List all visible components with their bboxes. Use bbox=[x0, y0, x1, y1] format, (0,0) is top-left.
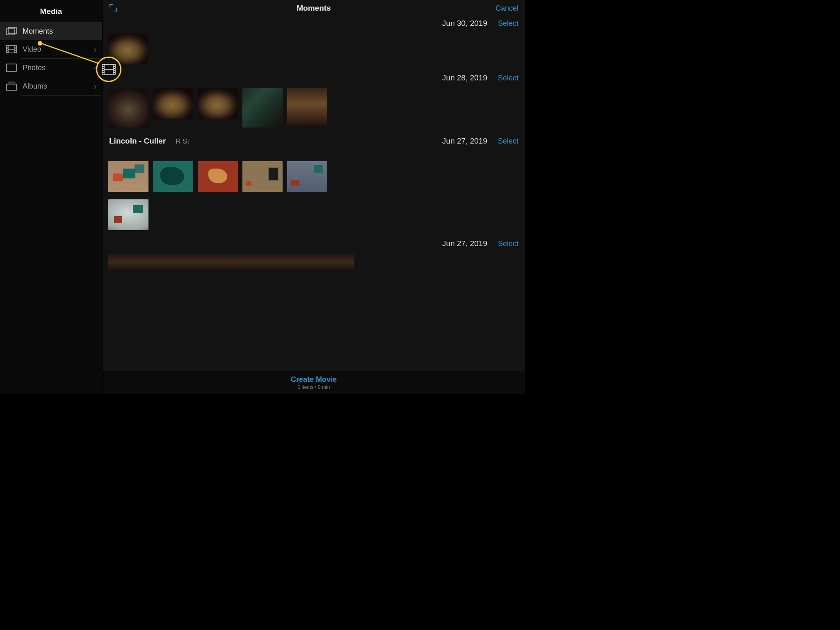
thumb-grid bbox=[108, 31, 519, 69]
select-button[interactable]: Select bbox=[498, 19, 518, 28]
sidebar-item-label: Photos bbox=[23, 64, 94, 72]
media-thumb[interactable] bbox=[287, 161, 327, 192]
app-root: Media Moments bbox=[0, 0, 525, 394]
media-thumb[interactable] bbox=[242, 88, 283, 128]
moments-scroll[interactable]: Jun 30, 2019 Select Jun 28, 2019 Select bbox=[103, 16, 525, 394]
moment-section: Jun 27, 2019 Select bbox=[108, 237, 519, 275]
albums-icon bbox=[6, 82, 17, 91]
media-thumb[interactable] bbox=[153, 88, 193, 119]
select-button[interactable]: Select bbox=[498, 74, 518, 82]
sidebar-nav: Moments Video › bbox=[0, 22, 102, 96]
media-thumb[interactable] bbox=[287, 88, 327, 128]
section-header: Jun 27, 2019 Select bbox=[108, 237, 519, 251]
moments-icon bbox=[6, 27, 17, 36]
section-header: Jun 30, 2019 Select bbox=[108, 17, 519, 31]
media-thumb[interactable] bbox=[108, 199, 148, 230]
expand-diagonal-icon[interactable] bbox=[109, 4, 118, 13]
sidebar: Media Moments bbox=[0, 0, 102, 394]
sidebar-title: Media bbox=[0, 0, 102, 22]
thumb-grid bbox=[108, 197, 519, 235]
media-thumb[interactable] bbox=[108, 88, 148, 128]
section-date: Jun 27, 2019 bbox=[442, 239, 487, 248]
sidebar-item-video[interactable]: Video › bbox=[0, 40, 102, 58]
sidebar-item-label: Albums bbox=[23, 82, 94, 91]
photo-icon bbox=[6, 63, 17, 72]
media-thumb[interactable] bbox=[108, 34, 148, 64]
media-thumb[interactable] bbox=[198, 161, 238, 192]
thumb-grid bbox=[108, 159, 519, 197]
footer-meta: 0 items • 0 min bbox=[298, 384, 330, 390]
sidebar-item-albums[interactable]: Albums › bbox=[0, 77, 102, 95]
media-thumb[interactable] bbox=[153, 161, 193, 192]
media-thumb[interactable] bbox=[242, 161, 283, 192]
page-title: Moments bbox=[103, 4, 525, 13]
film-icon bbox=[6, 45, 17, 54]
moment-section: Jun 28, 2019 Select bbox=[108, 72, 519, 132]
section-location: Lincoln - Culler bbox=[109, 137, 166, 146]
thumb-grid bbox=[108, 86, 519, 132]
sidebar-item-label: Moments bbox=[23, 27, 96, 36]
media-thumb[interactable] bbox=[108, 254, 354, 270]
moment-section: Jun 30, 2019 Select bbox=[108, 17, 519, 69]
chevron-right-icon: › bbox=[94, 82, 96, 91]
svg-rect-1 bbox=[8, 27, 16, 34]
moment-section: Lincoln - Culler R St Jun 27, 2019 Selec… bbox=[108, 135, 519, 235]
section-header: Lincoln - Culler R St Jun 27, 2019 Selec… bbox=[108, 135, 519, 149]
cancel-button[interactable]: Cancel bbox=[495, 4, 518, 13]
main-panel: Moments Cancel Jun 30, 2019 Select Jun 2… bbox=[102, 0, 525, 394]
section-header: Jun 28, 2019 Select bbox=[108, 72, 519, 86]
media-thumb[interactable] bbox=[108, 161, 148, 192]
thumb-grid bbox=[108, 251, 519, 275]
sidebar-item-moments[interactable]: Moments bbox=[0, 22, 102, 40]
create-movie-button[interactable]: Create Movie bbox=[291, 375, 337, 384]
svg-rect-14 bbox=[7, 64, 16, 71]
svg-rect-0 bbox=[7, 29, 15, 35]
chevron-right-icon: › bbox=[94, 63, 96, 73]
sidebar-item-label: Video bbox=[23, 45, 94, 54]
media-thumb[interactable] bbox=[198, 88, 238, 119]
section-date: Jun 30, 2019 bbox=[442, 19, 487, 28]
section-sublocation: R St bbox=[176, 137, 189, 146]
section-date: Jun 27, 2019 bbox=[442, 137, 487, 146]
svg-rect-15 bbox=[7, 84, 16, 90]
section-date: Jun 28, 2019 bbox=[442, 73, 487, 82]
topbar: Moments Cancel bbox=[103, 0, 525, 16]
sidebar-item-photos[interactable]: Photos › bbox=[0, 59, 102, 77]
divider bbox=[21, 95, 102, 96]
select-button[interactable]: Select bbox=[498, 240, 518, 248]
footer-bar: Create Movie 0 items • 0 min bbox=[103, 371, 525, 394]
chevron-right-icon: › bbox=[94, 45, 96, 54]
select-button[interactable]: Select bbox=[498, 137, 518, 146]
